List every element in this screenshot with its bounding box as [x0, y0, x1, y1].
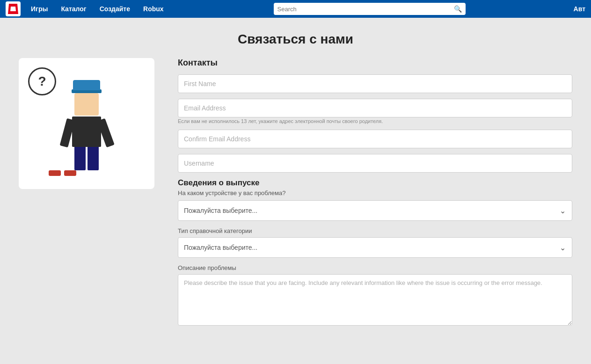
- device-select-wrapper: Пожалуйста выберите... ⌄: [178, 200, 572, 221]
- search-area: 🔍: [170, 3, 569, 15]
- help-category-label: Тип справочной категории: [178, 227, 572, 234]
- username-input[interactable]: [178, 154, 572, 173]
- device-select[interactable]: Пожалуйста выберите...: [178, 200, 572, 221]
- char-shoe-right: [64, 170, 76, 176]
- character-card: ?: [19, 58, 154, 189]
- char-leg-left: [74, 145, 86, 170]
- contacts-section-title: Контакты: [178, 58, 572, 68]
- content-row: ?: [19, 58, 572, 328]
- search-box: 🔍: [274, 3, 466, 15]
- navbar-links: Игры Каталог Создайте Robux: [24, 5, 170, 13]
- left-panel: ?: [19, 58, 159, 189]
- email-helper-text: Если вам не исполнилось 13 лет, укажите …: [178, 118, 572, 124]
- char-shoe-left: [49, 170, 61, 176]
- nav-catalog[interactable]: Каталог: [54, 5, 93, 13]
- char-body: [72, 116, 101, 147]
- search-input[interactable]: [277, 6, 454, 13]
- nav-create[interactable]: Создайте: [93, 5, 137, 13]
- issue-section-title: Сведения о выпуске: [178, 178, 572, 188]
- auth-label[interactable]: Авт: [569, 5, 585, 13]
- description-label: Описание проблемы: [178, 264, 572, 271]
- page-title: Связаться с нами: [19, 32, 572, 47]
- page-container: Связаться с нами ?: [0, 18, 591, 342]
- char-hat: [73, 80, 100, 90]
- first-name-input[interactable]: [178, 74, 572, 93]
- svg-marker-2: [10, 7, 16, 11]
- email-input[interactable]: [178, 99, 572, 117]
- help-category-select-wrapper: Пожалуйста выберите... ⌄: [178, 237, 572, 258]
- navbar: Игры Каталог Создайте Robux 🔍 Авт: [0, 0, 591, 18]
- roblox-character: [49, 79, 124, 182]
- help-category-select[interactable]: Пожалуйста выберите...: [178, 237, 572, 258]
- char-shoes: [49, 170, 124, 176]
- contact-form: Контакты Если вам не исполнилось 13 лет,…: [178, 58, 572, 328]
- search-icon: 🔍: [454, 5, 462, 13]
- roblox-logo[interactable]: [6, 1, 21, 16]
- char-leg-right: [88, 145, 99, 170]
- device-label: На каком устройстве у вас проблема?: [178, 189, 572, 197]
- nav-robux[interactable]: Robux: [137, 5, 170, 13]
- nav-games[interactable]: Игры: [24, 5, 54, 13]
- description-textarea[interactable]: [178, 274, 572, 326]
- char-legs: [49, 145, 124, 170]
- confirm-email-input[interactable]: [178, 130, 572, 148]
- char-head: [74, 93, 99, 116]
